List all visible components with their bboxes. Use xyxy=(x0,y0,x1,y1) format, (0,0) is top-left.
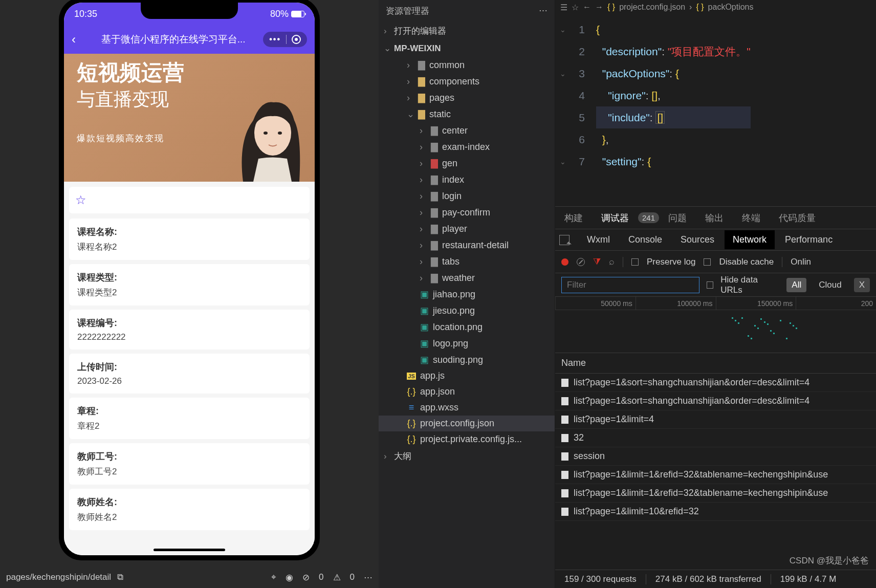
disable-checkbox[interactable] xyxy=(704,258,711,266)
tree-item[interactable]: ⌄▇static xyxy=(379,106,555,122)
back-icon[interactable]: ‹ xyxy=(72,32,76,47)
preserve-checkbox[interactable] xyxy=(631,258,639,266)
code-editor[interactable]: ⌄⌄ ⌄ 1234567 { "description": "项目配置文件。" … xyxy=(555,14,876,206)
tree-item[interactable]: ›▇index xyxy=(379,171,555,188)
tree-item[interactable]: ›▇login xyxy=(379,188,555,204)
toolbar-icon[interactable]: ☰ xyxy=(560,3,567,12)
breadcrumb-file[interactable]: project.config.json xyxy=(619,3,685,12)
clear-icon[interactable] xyxy=(577,258,585,266)
network-row[interactable]: list?page=1&limit=4 xyxy=(555,410,876,429)
hide-urls-checkbox[interactable] xyxy=(707,281,714,289)
detail-label: 章程: xyxy=(77,405,301,417)
pill-all[interactable]: All xyxy=(786,278,806,292)
tree-item[interactable]: ›▇player xyxy=(379,221,555,237)
devtools-tabs[interactable]: 构建 调试器 241 问题 输出 终端 代码质量 xyxy=(555,207,876,229)
detail-card: 教师姓名:教师姓名2 xyxy=(69,489,310,530)
network-row[interactable]: session xyxy=(555,447,876,466)
subtab-console[interactable]: Console xyxy=(620,230,670,249)
subtab-wxml[interactable]: Wxml xyxy=(579,230,618,249)
tree-item[interactable]: {.}project.config.json xyxy=(379,416,555,431)
breadcrumb[interactable]: ☰ ☆ ← → { } project.config.json › { } pa… xyxy=(555,0,876,14)
network-row[interactable]: list?page=1&sort=shangchuanshijian&order… xyxy=(555,392,876,410)
network-row[interactable]: list?page=1&sort=shangchuanshijian&order… xyxy=(555,374,876,392)
file-explorer[interactable]: 资源管理器 ⋯ ›打开的编辑器 ⌄MP-WEIXIN ›▇common›▇com… xyxy=(379,0,555,588)
breadcrumb-part[interactable]: packOptions xyxy=(708,3,754,12)
explorer-more-icon[interactable]: ⋯ xyxy=(539,5,548,17)
open-editors-section[interactable]: ›打开的编辑器 xyxy=(379,22,555,40)
doc-icon xyxy=(561,397,568,405)
tree-item[interactable]: ›▇weather xyxy=(379,270,555,286)
filter-icon[interactable]: ⧩ xyxy=(593,256,601,267)
tree-item[interactable]: ›▇common xyxy=(379,57,555,73)
detail-card: 章程:章程2 xyxy=(69,398,310,439)
outline-section[interactable]: ›大纲 xyxy=(379,447,555,465)
network-header[interactable]: Name xyxy=(555,353,876,374)
tree-item[interactable]: ›▇restaurant-detail xyxy=(379,237,555,253)
network-row[interactable]: 32 xyxy=(555,429,876,447)
record-icon[interactable] xyxy=(561,258,568,266)
tab-debugger[interactable]: 调试器 xyxy=(592,207,638,229)
tree-item[interactable]: ›▇gen xyxy=(379,155,555,171)
content-body[interactable]: ☆ 课程名称:课程名称2课程类型:课程类型2课程编号:2222222222上传时… xyxy=(64,182,315,555)
tab-problems[interactable]: 问题 xyxy=(659,207,696,229)
project-root[interactable]: ⌄MP-WEIXIN xyxy=(379,40,555,57)
tab-build[interactable]: 构建 xyxy=(555,207,592,229)
tree-item[interactable]: ›▇pages xyxy=(379,90,555,106)
doc-icon xyxy=(561,508,568,516)
tree-item[interactable]: ▣logo.png xyxy=(379,335,555,352)
tree-item[interactable]: ›▇tabs xyxy=(379,253,555,270)
forward-arrow-icon[interactable]: → xyxy=(595,3,603,12)
network-list[interactable]: list?page=1&sort=shangchuanshijian&order… xyxy=(555,374,876,570)
online-label[interactable]: Onlin xyxy=(791,257,811,267)
devtools-subtabs[interactable]: Wxml Console Sources Network Performanc xyxy=(555,229,876,251)
tree-item[interactable]: ›▇pay-confirm xyxy=(379,204,555,221)
network-row[interactable]: list?page=1&limit=1&refid=32&tablename=k… xyxy=(555,484,876,503)
tab-output[interactable]: 输出 xyxy=(696,207,733,229)
close-target-icon[interactable] xyxy=(292,35,301,44)
favorite-row[interactable]: ☆ xyxy=(69,187,310,213)
tree-item[interactable]: ▣suoding.png xyxy=(379,352,555,368)
subtab-sources[interactable]: Sources xyxy=(672,230,722,249)
inspect-icon[interactable] xyxy=(559,235,570,245)
star-icon[interactable]: ☆ xyxy=(75,193,86,207)
line-numbers: 1234567 xyxy=(571,14,591,206)
network-toolbar[interactable]: ⧩ ⌕ Preserve log Disable cache Onlin xyxy=(555,251,876,273)
tab-terminal[interactable]: 终端 xyxy=(733,207,770,229)
battery-icon xyxy=(291,11,304,17)
tree-item[interactable]: ›▇center xyxy=(379,122,555,139)
error-count: 0 xyxy=(319,572,323,582)
bookmark-icon[interactable]: ☆ xyxy=(572,3,579,12)
tree-item[interactable]: {.}project.private.config.js... xyxy=(379,431,555,447)
doc-icon xyxy=(561,416,568,424)
network-row[interactable]: list?page=1&limit=1&refid=32&tablename=k… xyxy=(555,466,876,484)
subtab-performance[interactable]: Performanc xyxy=(777,230,841,249)
eye-icon[interactable]: ◉ xyxy=(286,572,293,583)
tab-quality[interactable]: 代码质量 xyxy=(770,207,825,229)
tree-item[interactable]: ›▇components xyxy=(379,73,555,90)
tree-item[interactable]: {.}app.json xyxy=(379,384,555,400)
back-arrow-icon[interactable]: ← xyxy=(583,3,591,12)
tree-item[interactable]: JSapp.js xyxy=(379,368,555,384)
simulator-footer: pages/kechengshipin/detail ⧉ ⌖ ◉ ⊘ 0 ⚠ 0… xyxy=(0,567,379,588)
detail-label: 课程编号: xyxy=(77,317,301,329)
tree-item[interactable]: ▣jiahao.png xyxy=(379,286,555,302)
subtab-network[interactable]: Network xyxy=(725,230,775,249)
status-time: 10:35 xyxy=(74,9,97,19)
network-timeline[interactable]: 50000 ms 100000 ms 150000 ms 200 xyxy=(555,297,876,353)
tree-item[interactable]: ›▇exam-index xyxy=(379,139,555,155)
detail-card: 课程类型:课程类型2 xyxy=(69,264,310,306)
more-icon[interactable]: ⋯ xyxy=(364,572,373,583)
copy-icon[interactable]: ⧉ xyxy=(117,572,123,582)
bug-icon[interactable]: ⌖ xyxy=(271,572,276,582)
tree-item[interactable]: ▣location.png xyxy=(379,319,555,335)
filter-input[interactable] xyxy=(561,277,699,293)
capsule-button[interactable]: ••• xyxy=(263,32,307,47)
network-row[interactable]: list?page=1&limit=10&refid=32 xyxy=(555,503,876,521)
tree-item[interactable]: ≡app.wxss xyxy=(379,400,555,416)
tree-item[interactable]: ▣jiesuo.png xyxy=(379,302,555,319)
filter-row[interactable]: Hide data URLs All Cloud X xyxy=(555,273,876,297)
more-icon[interactable]: ••• xyxy=(269,35,281,44)
pill-x[interactable]: X xyxy=(854,278,870,292)
pill-cloud[interactable]: Cloud xyxy=(814,278,846,292)
search-icon[interactable]: ⌕ xyxy=(609,256,615,267)
